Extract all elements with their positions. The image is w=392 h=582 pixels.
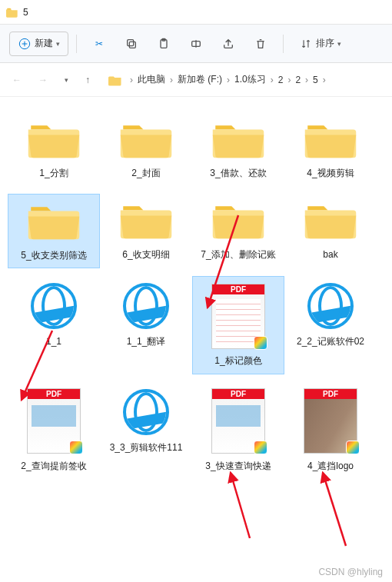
item-label: 2_2_记账软件02 <box>297 336 364 348</box>
item-label: 7_添加、删除记账 <box>201 249 275 261</box>
file-item[interactable]: PDF1_标记颜色 <box>192 276 284 374</box>
chevron-right-icon: › <box>271 75 274 85</box>
recent-dropdown[interactable]: ▾ <box>60 73 73 87</box>
folder-icon <box>6 6 18 18</box>
watermark: CSDN @hlyling <box>318 567 383 577</box>
delete-button[interactable] <box>246 32 275 55</box>
paste-button[interactable] <box>149 32 178 55</box>
sort-label: 排序 <box>316 37 334 50</box>
toolbar: 新建 ▾ ✂ 排序 ▾ <box>0 25 392 63</box>
item-label: 3_3_剪辑软件111 <box>110 442 183 454</box>
pdf-badge: PDF <box>212 389 264 399</box>
copy-button[interactable] <box>117 32 146 55</box>
clipboard-icon <box>157 37 171 51</box>
folder-icon <box>25 117 83 163</box>
chevron-right-icon: › <box>227 75 230 85</box>
wps-icon <box>254 441 267 454</box>
title-bar: 5 <box>0 0 392 25</box>
share-icon <box>221 37 235 51</box>
pdf-badge: PDF <box>28 389 80 399</box>
item-label: 1_1 <box>46 336 61 348</box>
folder-icon <box>25 199 83 245</box>
folder-item[interactable]: 6_收支明细 <box>100 194 192 269</box>
breadcrumb-item[interactable]: 2 <box>295 75 301 85</box>
item-label: 3_借款、还款 <box>210 168 266 180</box>
nav-bar: ← → ▾ ↑ › 此电脑› 新加卷 (F:)› 1.0练习› 2› 2› 5› <box>0 63 392 97</box>
wps-icon <box>254 336 267 350</box>
forward-button[interactable]: → <box>34 72 52 88</box>
up-button[interactable]: ↑ <box>81 72 95 88</box>
wps-icon <box>346 441 360 454</box>
file-item[interactable]: PDF2_查询提前签收 <box>8 382 100 479</box>
item-label: 4_遮挡logo <box>307 461 354 473</box>
folder-icon <box>302 198 360 244</box>
item-label: 1_1_翻译 <box>127 336 166 348</box>
ie-icon <box>118 281 175 331</box>
window-title: 5 <box>23 7 28 18</box>
breadcrumb-item[interactable]: 新加卷 (F:) <box>178 73 222 86</box>
item-label: 2_封面 <box>131 168 160 180</box>
folder-item[interactable]: 4_视频剪辑 <box>284 112 377 186</box>
folder-item[interactable]: 2_封面 <box>100 112 192 186</box>
chevron-right-icon: › <box>170 75 173 85</box>
chevron-right-icon: › <box>130 75 133 85</box>
share-button[interactable] <box>214 32 243 55</box>
new-label: 新建 <box>35 37 53 50</box>
svg-rect-2 <box>128 39 134 45</box>
chevron-right-icon: › <box>287 75 291 85</box>
item-label: bak <box>323 249 337 261</box>
folder-item[interactable]: 7_添加、删除记账 <box>192 194 284 269</box>
scissors-icon: ✂ <box>92 37 106 51</box>
new-button[interactable]: 新建 ▾ <box>9 32 68 56</box>
shortcut-item[interactable]: 3_3_剪辑软件111 <box>100 382 192 479</box>
chevron-right-icon: › <box>305 75 308 85</box>
wps-icon <box>69 441 83 454</box>
file-grid: 1_分割2_封面3_借款、还款4_视频剪辑5_收支类别筛选6_收支明细7_添加、… <box>0 97 392 494</box>
breadcrumb-item[interactable]: 此电脑 <box>138 73 165 86</box>
rename-button[interactable] <box>181 32 211 55</box>
ie-icon <box>25 281 83 331</box>
breadcrumb-item[interactable]: 1.0练习 <box>234 73 266 86</box>
item-label: 5_收支类别筛选 <box>21 250 86 262</box>
shortcut-item[interactable]: 1_1 <box>8 276 100 374</box>
shortcut-item[interactable]: 1_1_翻译 <box>100 276 192 374</box>
folder-icon <box>108 73 122 87</box>
pdf-icon: PDF <box>210 281 267 351</box>
back-button[interactable]: ← <box>8 72 26 88</box>
ie-icon <box>118 387 175 437</box>
folder-item[interactable]: 1_分割 <box>8 112 100 186</box>
pdf-icon: PDF <box>25 387 83 456</box>
plus-icon <box>18 37 32 51</box>
trash-icon <box>254 37 267 51</box>
pdf-badge: PDF <box>304 389 357 399</box>
folder-icon <box>302 117 360 163</box>
sort-icon <box>299 37 313 51</box>
separator <box>283 35 284 53</box>
folder-item[interactable]: 3_借款、还款 <box>192 112 284 186</box>
item-label: 2_查询提前签收 <box>21 461 86 473</box>
folder-icon <box>118 117 175 163</box>
item-label: 4_视频剪辑 <box>307 168 354 180</box>
file-item[interactable]: PDF3_快速查询快递 <box>192 382 284 479</box>
pdf-icon: PDF <box>302 387 360 456</box>
folder-icon <box>118 198 175 244</box>
folder-icon <box>210 198 267 244</box>
cut-button[interactable]: ✂ <box>85 32 114 55</box>
breadcrumb[interactable]: › 此电脑› 新加卷 (F:)› 1.0练习› 2› 2› 5› <box>102 73 384 87</box>
sort-button[interactable]: 排序 ▾ <box>291 32 349 55</box>
copy-icon <box>125 37 138 51</box>
item-label: 1_标记颜色 <box>214 355 261 367</box>
pdf-icon: PDF <box>210 387 267 456</box>
item-label: 1_分割 <box>39 168 68 180</box>
file-item[interactable]: PDF4_遮挡logo <box>284 382 377 479</box>
breadcrumb-item[interactable]: 2 <box>278 75 284 85</box>
shortcut-item[interactable]: 2_2_记账软件02 <box>284 276 377 374</box>
svg-rect-1 <box>129 42 135 48</box>
breadcrumb-item[interactable]: 5 <box>313 75 318 85</box>
folder-item[interactable]: 5_收支类别筛选 <box>8 194 100 269</box>
chevron-down-icon: ▾ <box>337 40 341 48</box>
folder-icon <box>210 117 267 163</box>
ie-icon <box>302 281 360 331</box>
folder-item[interactable]: bak <box>284 194 377 269</box>
pdf-badge: PDF <box>212 284 264 294</box>
